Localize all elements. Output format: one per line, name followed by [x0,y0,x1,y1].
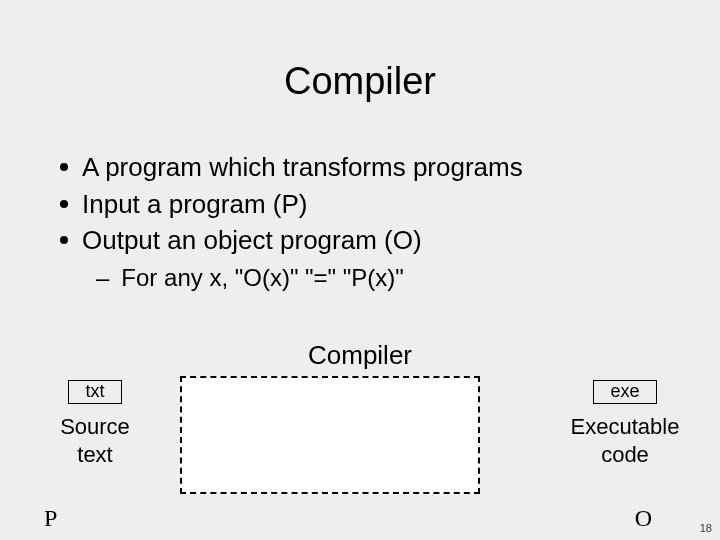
output-label-1: Executable [550,414,700,440]
slide-title: Compiler [0,0,720,103]
source-ext-box: txt [68,380,121,404]
bullet-item: Output an object program (O) [60,224,720,257]
compiler-box [180,376,480,494]
source-label-1: Source [20,414,170,440]
bullet-dot-icon [60,236,68,244]
slide-content: A program which transforms programs Inpu… [60,151,720,293]
output-variable: O [635,505,652,532]
bullet-text: A program which transforms programs [82,151,720,184]
source-label-2: text [20,442,170,468]
sub-bullet-text: For any x, "O(x)" "=" "P(x)" [121,263,403,293]
sub-bullet-item: – For any x, "O(x)" "=" "P(x)" [96,263,720,293]
page-number: 18 [700,522,712,534]
bullet-dot-icon [60,200,68,208]
output-ext-box: exe [593,380,656,404]
source-variable: P [44,505,57,532]
output-stack: exe Executable code [550,380,700,470]
dash-icon: – [96,263,109,293]
bullet-item: Input a program (P) [60,188,720,221]
slide: Compiler A program which transforms prog… [0,0,720,540]
bullet-text: Input a program (P) [82,188,720,221]
bullet-item: A program which transforms programs [60,151,720,184]
compiler-box-label: Compiler [0,340,720,371]
bullet-dot-icon [60,163,68,171]
compiler-diagram: Compiler txt Source text P exe Executabl… [0,340,720,520]
source-stack: txt Source text [20,380,170,470]
bullet-text: Output an object program (O) [82,224,720,257]
output-label-2: code [550,442,700,468]
